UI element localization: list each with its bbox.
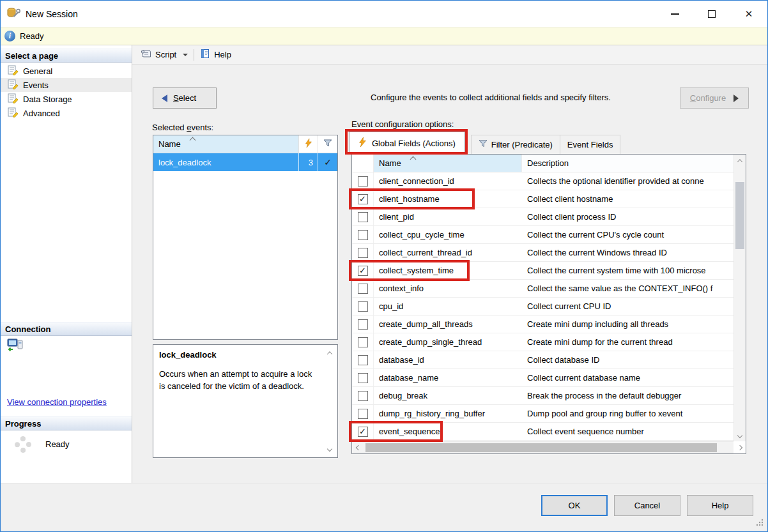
field-checkbox[interactable] xyxy=(358,337,368,347)
field-name: create_dump_single_thread xyxy=(374,333,522,351)
maximize-button[interactable] xyxy=(693,1,730,27)
vertical-scrollbar[interactable] xyxy=(733,155,746,441)
field-description: Collect the current system time with 100… xyxy=(522,262,733,279)
field-checkbox-cell xyxy=(352,298,374,315)
field-checkbox[interactable] xyxy=(358,355,368,365)
instruction-text: Configure the events to collect addition… xyxy=(344,93,638,102)
sidebar: Select a page General Events Data Storag… xyxy=(1,45,132,484)
selected-events-label: Selected events: xyxy=(152,123,213,132)
field-row-client_hostname[interactable]: ✓ client_hostname Collect client hostnam… xyxy=(352,190,733,208)
field-checkbox[interactable] xyxy=(358,212,368,222)
filter-icon xyxy=(479,140,488,150)
filter-icon xyxy=(323,139,332,149)
configure-button[interactable]: Configure xyxy=(680,87,749,109)
field-checkbox[interactable]: ✓ xyxy=(358,194,368,204)
field-description: Create mini dump including all threads xyxy=(522,315,733,333)
forward-arrow-icon xyxy=(733,95,739,102)
field-checkbox-cell xyxy=(352,351,374,369)
field-row-collect_system_time[interactable]: ✓ collect_system_time Collect the curren… xyxy=(352,262,733,280)
chevron-down-icon xyxy=(183,54,188,56)
main-panel: Script Help Select Configure the events … xyxy=(132,45,767,484)
minimize-button[interactable] xyxy=(656,1,693,27)
field-row-database_id[interactable]: database_id Collect database ID xyxy=(352,351,733,369)
fields-name-column-header[interactable]: Name xyxy=(374,155,522,172)
sidebar-item-general[interactable]: General xyxy=(1,64,132,78)
field-row-client_pid[interactable]: client_pid Collect client process ID xyxy=(352,208,733,226)
selected-event-name: lock_deadlock xyxy=(153,153,299,171)
events-name-header-label: Name xyxy=(158,139,181,149)
ok-button[interactable]: OK xyxy=(541,495,608,516)
field-row-create_dump_single_thread[interactable]: create_dump_single_thread Create mini du… xyxy=(352,333,733,351)
back-arrow-icon xyxy=(162,95,167,102)
select-a-page-header: Select a page xyxy=(1,49,132,63)
resize-grip[interactable] xyxy=(755,518,764,528)
scroll-up-icon[interactable] xyxy=(734,155,746,167)
tab-label: Event Fields xyxy=(567,140,613,149)
vertical-scrollbar-thumb[interactable] xyxy=(735,182,744,249)
field-description: Dump pool and group ring buffer to xeven… xyxy=(522,405,733,422)
sidebar-item-advanced[interactable]: Advanced xyxy=(1,106,132,120)
horizontal-scrollbar[interactable] xyxy=(352,441,733,453)
field-checkbox[interactable]: ✓ xyxy=(358,266,368,276)
field-row-database_name[interactable]: database_name Collect current database n… xyxy=(352,369,733,387)
tab-global-fields-actions[interactable]: Global Fields (Actions) xyxy=(349,132,465,154)
sidebar-item-events[interactable]: Events xyxy=(1,78,132,92)
help-button[interactable]: Help xyxy=(687,495,753,516)
select-button[interactable]: Select xyxy=(153,87,217,109)
field-row-event_sequence[interactable]: ✓ event_sequence Collect event sequence … xyxy=(352,423,733,441)
lightning-icon xyxy=(358,137,367,149)
field-name: collect_cpu_cycle_time xyxy=(374,226,522,243)
scroll-right-icon[interactable] xyxy=(733,442,746,453)
connection-icon xyxy=(7,338,24,355)
scroll-down-icon[interactable] xyxy=(327,446,332,452)
field-checkbox[interactable] xyxy=(358,409,368,419)
field-name: dump_rg_history_ring_buffer xyxy=(374,405,522,422)
field-checkbox[interactable] xyxy=(358,391,368,401)
sort-ascending-icon xyxy=(190,137,196,144)
view-connection-properties-link[interactable]: View connection properties xyxy=(7,397,107,407)
tab-label: Filter (Predicate) xyxy=(491,140,553,149)
fields-description-column-header[interactable]: Description xyxy=(522,155,733,172)
field-row-context_info[interactable]: context_info Collect the same value as t… xyxy=(352,280,733,298)
field-row-collect_cpu_cycle_time[interactable]: collect_cpu_cycle_time Collect the curre… xyxy=(352,226,733,244)
tab-label: Global Fields (Actions) xyxy=(372,139,456,148)
field-checkbox[interactable] xyxy=(358,301,368,312)
horizontal-scrollbar-thumb[interactable] xyxy=(365,443,717,452)
event-configuration-options-label: Event configuration options: xyxy=(351,119,454,129)
events-actions-column-header[interactable] xyxy=(299,135,318,153)
help-toolbar-button[interactable]: Help xyxy=(197,47,234,63)
field-row-client_connection_id[interactable]: client_connection_id Collects the option… xyxy=(352,172,733,190)
field-checkbox[interactable] xyxy=(358,284,368,294)
status-bar: i Ready xyxy=(1,27,767,45)
field-checkbox[interactable] xyxy=(358,248,368,258)
field-name: client_hostname xyxy=(374,190,522,208)
field-checkbox[interactable] xyxy=(358,230,368,240)
field-checkbox[interactable] xyxy=(358,319,368,330)
scroll-down-icon[interactable] xyxy=(734,429,746,441)
field-checkbox[interactable] xyxy=(358,373,368,383)
selected-event-filter-check-icon: ✓ xyxy=(318,153,337,171)
script-label: Script xyxy=(155,50,176,59)
selected-event-row-lock-deadlock[interactable]: lock_deadlock 3 ✓ xyxy=(153,153,337,171)
field-row-create_dump_all_threads[interactable]: create_dump_all_threads Create mini dump… xyxy=(352,315,733,333)
close-button[interactable]: ✕ xyxy=(730,1,767,27)
scroll-up-icon[interactable] xyxy=(327,351,332,356)
sidebar-item-data-storage[interactable]: Data Storage xyxy=(1,92,132,106)
events-name-column-header[interactable]: Name xyxy=(153,135,299,153)
field-checkbox[interactable]: ✓ xyxy=(358,427,368,437)
field-row-collect_current_thread_id[interactable]: collect_current_thread_id Collect the cu… xyxy=(352,244,733,262)
field-description: Create mini dump for the current thread xyxy=(522,333,733,351)
events-filter-column-header[interactable] xyxy=(318,135,337,153)
footer: OK Cancel Help xyxy=(1,483,767,531)
tab-event-fields[interactable]: Event Fields xyxy=(560,135,621,154)
cancel-button[interactable]: Cancel xyxy=(614,495,680,516)
field-row-dump_rg_history_ring_buffer[interactable]: dump_rg_history_ring_buffer Dump pool an… xyxy=(352,405,733,423)
tab-filter-predicate[interactable]: Filter (Predicate) xyxy=(471,135,560,154)
script-button[interactable]: Script xyxy=(137,47,191,63)
scroll-left-icon[interactable] xyxy=(352,442,364,453)
page-label: General xyxy=(23,66,52,76)
fields-checkbox-column-header xyxy=(352,155,374,172)
field-row-debug_break[interactable]: debug_break Break the process in the def… xyxy=(352,387,733,405)
field-checkbox[interactable] xyxy=(358,176,368,186)
field-row-cpu_id[interactable]: cpu_id Collect current CPU ID xyxy=(352,298,733,315)
